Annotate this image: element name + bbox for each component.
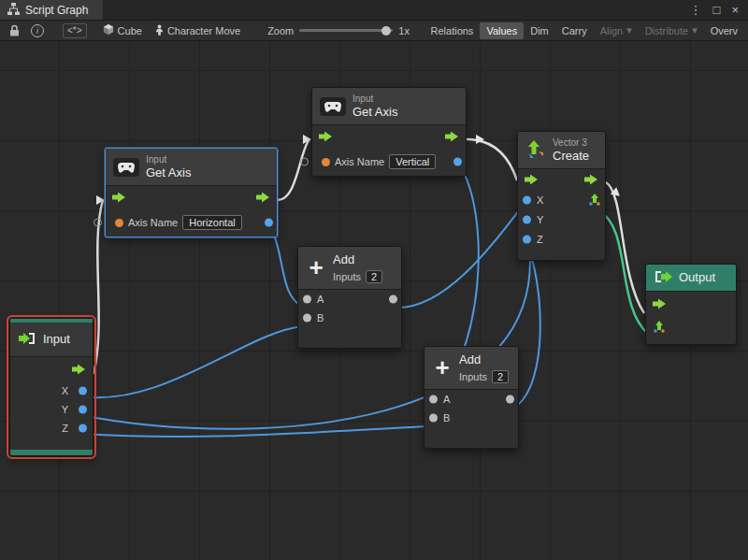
axis-name-field[interactable]: Vertical: [389, 154, 436, 169]
node-add-2[interactable]: + Add Inputs 2 A B: [424, 346, 519, 449]
flow-out-port[interactable]: [256, 193, 270, 203]
node-add-1[interactable]: + Add Inputs 2 A B: [297, 246, 402, 349]
chevron-down-icon: ▾: [626, 24, 632, 36]
port-label: X: [537, 194, 543, 206]
node-get-axis-vertical[interactable]: Input Get Axis Axis Name Vertical: [311, 87, 467, 177]
unit-footer-strip: [10, 450, 93, 455]
port-label: B: [443, 412, 450, 424]
gamepad-icon: [113, 158, 139, 177]
node-output[interactable]: Output: [645, 264, 737, 345]
value-out-port-x[interactable]: [79, 387, 87, 395]
lock-icon[interactable]: [4, 24, 25, 36]
zoom-slider[interactable]: [299, 29, 393, 32]
flow-in-port[interactable]: [112, 193, 126, 203]
wire-add1-to-vector-x: [396, 202, 525, 308]
gamepad-icon: [320, 97, 346, 116]
value-out-port-y[interactable]: [79, 406, 87, 414]
vector-out-port[interactable]: [588, 193, 601, 208]
dim-button[interactable]: Dim: [524, 22, 555, 39]
wire-inputx-to-add1-b: [80, 326, 302, 397]
tab-script-graph[interactable]: Script Graph: [0, 0, 103, 20]
port-label: X: [62, 385, 68, 396]
flow-out-port[interactable]: [72, 365, 86, 375]
tab-bar: Script Graph ⋮ □ ×: [0, 0, 748, 21]
chevron-down-icon: ▾: [692, 24, 698, 36]
value-in-port-x[interactable]: [523, 195, 531, 204]
value-out-port[interactable]: [453, 158, 462, 166]
zoom-slider-handle[interactable]: [381, 26, 391, 36]
string-port-dot[interactable]: [322, 158, 330, 166]
inputs-count-field[interactable]: 2: [492, 370, 509, 383]
cube-breadcrumb[interactable]: Cube: [96, 22, 149, 40]
param-label: Axis Name: [128, 217, 178, 228]
node-header[interactable]: + Add Inputs 2: [424, 347, 518, 390]
param-label: Axis Name: [335, 156, 384, 167]
flow-in-port[interactable]: [319, 132, 333, 142]
node-header[interactable]: Input Get Axis: [312, 88, 466, 125]
vector3-icon: [525, 139, 546, 162]
value-in-port-z[interactable]: [523, 235, 531, 243]
port-label: B: [317, 312, 324, 323]
node-title: Add: [459, 352, 509, 367]
toolbar-right-group: Relations Values Dim Carry Align ▾ Distr…: [424, 22, 744, 39]
character-move-breadcrumb[interactable]: Character Move: [149, 22, 247, 40]
node-header[interactable]: Input Get Axis: [106, 149, 277, 186]
value-in-port-b[interactable]: [429, 413, 438, 422]
flow-arrowhead: [96, 195, 105, 205]
value-out-port-z[interactable]: [79, 424, 87, 433]
value-in-port-y[interactable]: [523, 215, 531, 223]
character-icon: [155, 24, 164, 37]
carry-button[interactable]: Carry: [555, 22, 594, 39]
cube-icon: [103, 24, 114, 37]
node-input[interactable]: Input X Y Z: [9, 318, 94, 456]
info-icon[interactable]: i: [25, 24, 50, 37]
string-port-dot[interactable]: [115, 219, 123, 227]
align-dropdown[interactable]: Align ▾: [594, 22, 639, 39]
axis-name-field[interactable]: Horizontal: [182, 215, 242, 230]
node-title: Create: [553, 149, 589, 164]
zoom-value: 1x: [398, 25, 410, 36]
close-icon[interactable]: ×: [731, 4, 739, 16]
maximize-icon[interactable]: □: [713, 4, 721, 16]
values-button[interactable]: Values: [480, 22, 524, 39]
node-get-axis-horizontal[interactable]: Input Get Axis Axis Name Horizontal: [105, 148, 278, 237]
flow-arrowhead: [611, 187, 623, 199]
code-icon[interactable]: <*>: [63, 23, 87, 38]
wire-flow-getaxis-h-to-v: [278, 139, 309, 200]
flow-in-port[interactable]: [653, 299, 667, 309]
unconnected-port-circle[interactable]: [300, 158, 309, 166]
window-controls: ⋮ □ ×: [690, 0, 748, 20]
unconnected-port-circle[interactable]: [94, 219, 102, 227]
output-icon: [654, 270, 672, 285]
value-out-port[interactable]: [265, 219, 273, 227]
port-label: Z: [62, 423, 68, 434]
node-vector3-create[interactable]: Vector 3 Create X Y Z: [517, 131, 606, 261]
flow-arrowhead: [303, 135, 311, 144]
flow-arrowhead: [476, 135, 484, 144]
flow-in-port[interactable]: [525, 175, 539, 185]
graph-canvas[interactable]: Input Get Axis Axis Name Vertical: [0, 41, 748, 560]
overview-button[interactable]: Overv: [704, 22, 744, 39]
flow-out-port[interactable]: [445, 132, 459, 142]
value-in-port-b[interactable]: [303, 313, 311, 322]
value-in-port-a[interactable]: [303, 294, 311, 303]
node-title: Get Axis: [352, 105, 397, 120]
value-in-port-a[interactable]: [429, 395, 438, 403]
node-header[interactable]: Output: [646, 265, 736, 292]
relations-button[interactable]: Relations: [424, 22, 481, 39]
distribute-dropdown[interactable]: Distribute ▾: [639, 22, 704, 39]
node-category: Input: [352, 93, 397, 105]
value-out-port[interactable]: [506, 395, 514, 403]
node-header[interactable]: Input: [10, 323, 93, 357]
node-header[interactable]: Vector 3 Create: [518, 132, 605, 169]
value-out-port[interactable]: [389, 294, 397, 303]
node-category: Input: [146, 154, 191, 165]
tab-title: Script Graph: [25, 4, 88, 17]
more-icon[interactable]: ⋮: [690, 4, 702, 16]
graph-toolbar: i <*> Cube Character Move Zoom 1x Relati…: [0, 21, 748, 41]
vector-in-port[interactable]: [653, 320, 666, 333]
wire-flow-vector-to-output: [606, 182, 644, 313]
node-header[interactable]: + Add Inputs 2: [298, 247, 401, 290]
flow-out-port[interactable]: [584, 175, 598, 185]
inputs-count-field[interactable]: 2: [366, 270, 382, 283]
